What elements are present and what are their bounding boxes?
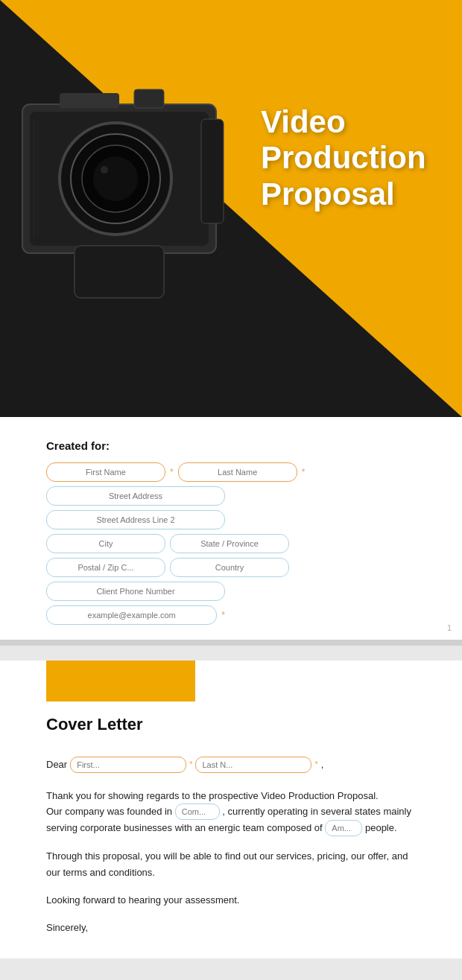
dear-last-name-input[interactable]	[195, 757, 311, 773]
street-address-input[interactable]	[46, 486, 225, 506]
country-input[interactable]	[170, 558, 289, 577]
svg-rect-10	[75, 246, 164, 298]
svg-point-6	[101, 166, 108, 174]
cover-letter-body: Dear * * , Thank you for showing regards…	[0, 757, 462, 936]
address-form: * *	[46, 462, 225, 625]
city-state-row	[46, 534, 225, 553]
svg-point-5	[93, 156, 138, 201]
paragraph-2: Through this proposal, you will be able …	[46, 848, 416, 880]
page-1: Video Production Proposal Created for: *…	[0, 0, 462, 640]
created-for-label: Created for:	[46, 439, 416, 452]
para1-text-end: people.	[365, 822, 397, 833]
street-address-row	[46, 486, 225, 506]
dear-line: Dear * * ,	[46, 757, 416, 773]
first-name-input[interactable]	[46, 462, 165, 482]
company-founded-input[interactable]	[175, 804, 220, 820]
city-input[interactable]	[46, 534, 165, 553]
email-row: *	[46, 605, 225, 625]
page-2: Cover Letter Dear * * , Thank you for sh…	[0, 661, 462, 958]
yellow-bar	[46, 661, 195, 701]
hero-title: Video Production Proposal	[261, 104, 440, 212]
dear-first-name-input[interactable]	[70, 757, 186, 773]
postal-input[interactable]	[46, 558, 165, 577]
dear-comma: ,	[321, 757, 324, 773]
name-row: * *	[46, 462, 225, 482]
street-address2-row	[46, 510, 225, 529]
phone-input[interactable]	[46, 582, 225, 601]
camera-icon	[0, 45, 253, 357]
page-divider	[0, 640, 462, 646]
svg-rect-8	[134, 89, 164, 108]
last-name-input[interactable]	[178, 462, 297, 482]
state-input[interactable]	[170, 534, 289, 553]
postal-country-row	[46, 558, 225, 577]
street-address2-input[interactable]	[46, 510, 225, 529]
created-for-section: Created for: * *	[0, 417, 462, 640]
paragraph-3: Looking forward to hearing your assessme…	[46, 892, 416, 908]
cover-letter-title: Cover Letter	[46, 715, 416, 734]
page-number: 1	[447, 623, 452, 632]
svg-rect-9	[201, 119, 224, 223]
svg-rect-7	[60, 93, 119, 108]
phone-row	[46, 582, 225, 601]
sincerely-text: Sincerely,	[46, 920, 416, 936]
paragraph-1: Thank you for showing regards to the pro…	[46, 788, 416, 836]
cover-letter-header: Cover Letter	[0, 661, 462, 734]
team-amount-input[interactable]	[325, 820, 362, 836]
hero-section: Video Production Proposal	[0, 0, 462, 417]
dear-text: Dear	[46, 757, 67, 773]
email-input[interactable]	[46, 605, 217, 625]
